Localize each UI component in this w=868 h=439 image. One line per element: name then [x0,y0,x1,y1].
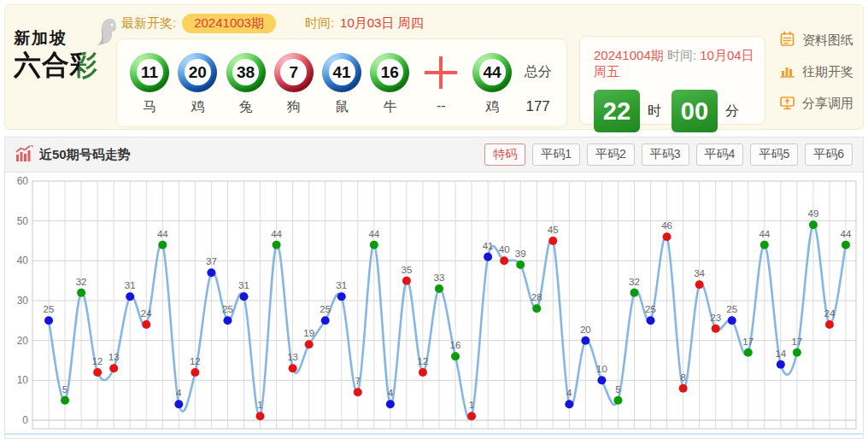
svg-text:45: 45 [548,225,559,235]
lottery-ball: 44 [472,53,512,92]
tab-normal-number-3[interactable]: 平码3 [642,143,689,166]
lottery-ball: 7 [274,53,314,92]
svg-text:39: 39 [515,249,526,259]
svg-text:4: 4 [176,388,182,398]
trend-chart-panel: 近50期号码走势 特码平码1平码2平码3平码4平码5平码6 0102030405… [4,137,864,439]
svg-text:4: 4 [566,388,572,398]
time-label: 时间: [305,15,334,32]
plus-icon [423,55,459,91]
link-data-sheet[interactable]: 资料图纸 [779,31,853,50]
ball-cell: 11马 [126,52,173,114]
share-icon [779,94,795,113]
svg-text:12: 12 [190,356,201,366]
ball-cell: 7狗 [270,52,318,114]
merlion-icon [89,17,121,53]
ball-number: 20 [185,59,211,85]
svg-text:13: 13 [287,352,298,362]
ball-number: 41 [329,59,355,85]
svg-text:0: 0 [22,414,28,426]
next-draw-issue: 20241004期 [594,48,664,62]
link-past-draws[interactable]: 往期开奖 [779,62,853,81]
countdown: 22 时 00 分 [594,90,765,132]
svg-text:25: 25 [44,304,55,314]
svg-text:12: 12 [92,356,103,366]
svg-text:12: 12 [418,356,429,366]
special-ball-cell: 44鸡 [468,52,516,114]
ball-cell: 41鼠 [318,52,366,114]
svg-text:35: 35 [401,265,412,275]
ball-cell: 20鸡 [173,52,221,114]
tab-normal-number-1[interactable]: 平码1 [532,143,580,166]
svg-text:44: 44 [841,229,852,239]
lottery-ball: 11 [130,53,169,92]
lottery-ball: 41 [322,53,361,92]
svg-text:17: 17 [742,337,754,347]
svg-text:33: 33 [434,272,445,283]
latest-draw-info: 最新开奖: 20241003期 时间: 10月03日 周四 [116,10,567,36]
total-score: 总分177 [516,52,560,114]
next-draw-time-label: 时间: [667,48,696,62]
svg-text:25: 25 [320,304,331,314]
tab-normal-number-5[interactable]: 平码5 [750,143,798,166]
ball-number: 16 [377,59,403,85]
lottery-ball: 16 [370,53,409,92]
svg-text:19: 19 [303,328,314,338]
svg-text:20: 20 [17,335,29,347]
svg-text:25: 25 [726,304,737,314]
svg-text:24: 24 [141,308,152,319]
next-draw-info: 20241004期 时间: 10月04日 周五 [594,48,765,80]
svg-text:40: 40 [499,244,510,255]
svg-text:17: 17 [791,337,802,347]
svg-text:7: 7 [355,376,361,386]
latest-issue-badge: 20241003期 [182,14,276,33]
svg-text:44: 44 [157,229,168,239]
svg-text:5: 5 [62,384,67,395]
chart-area: 0102030405060255321213312444412372531144… [5,173,863,438]
svg-text:1: 1 [469,400,474,410]
countdown-hours-unit: 时 [648,102,661,120]
svg-text:4: 4 [388,388,394,398]
ball-number: 11 [137,59,163,85]
side-link-label: 分享调用 [802,96,853,112]
svg-text:30: 30 [17,295,29,307]
svg-text:16: 16 [450,340,461,350]
bar-chart-icon [779,62,795,81]
ball-number: 7 [280,59,307,85]
ball-zodiac: 鸡 [191,98,204,114]
tab-normal-number-2[interactable]: 平码2 [587,143,635,166]
total-label: 总分 [525,52,552,93]
ball-zodiac: 鸡 [485,98,499,114]
side-links: 资料图纸往期开奖分享调用 [779,10,853,129]
svg-text:25: 25 [645,304,656,314]
svg-text:23: 23 [710,313,721,323]
svg-text:41: 41 [483,241,494,251]
tab-normal-number-4[interactable]: 平码4 [696,143,744,166]
latest-draw-label: 最新开奖: [121,15,176,32]
chart-header: 近50期号码走势 特码平码1平码2平码3平码4平码5平码6 [5,138,863,173]
svg-text:31: 31 [336,280,347,290]
plus-label: -- [437,98,446,114]
ball-number: 44 [479,59,506,85]
svg-text:32: 32 [629,277,640,287]
ball-zodiac: 狗 [287,98,301,114]
svg-text:13: 13 [108,352,120,362]
svg-text:10: 10 [17,374,29,386]
ball-zodiac: 马 [143,98,156,114]
tab-special-number[interactable]: 特码 [484,143,525,166]
link-share[interactable]: 分享调用 [779,94,853,113]
tab-normal-number-6[interactable]: 平码6 [805,143,853,166]
svg-text:40: 40 [17,255,29,266]
total-value: 177 [525,98,549,114]
ball-number: 38 [232,59,259,85]
trend-chart-icon [15,145,33,165]
svg-text:31: 31 [125,280,136,290]
svg-text:50: 50 [17,215,29,227]
lottery-ball: 20 [178,53,217,92]
side-link-label: 往期开奖 [802,64,853,80]
countdown-hours: 22 [594,90,640,132]
svg-text:1: 1 [257,400,262,410]
ball-cell: 38兔 [222,52,270,114]
lottery-ball: 38 [226,53,266,92]
svg-text:10: 10 [596,364,607,374]
latest-draw-panel: 11马20鸡38兔7狗41鼠16牛--44鸡总分177 [116,38,567,127]
